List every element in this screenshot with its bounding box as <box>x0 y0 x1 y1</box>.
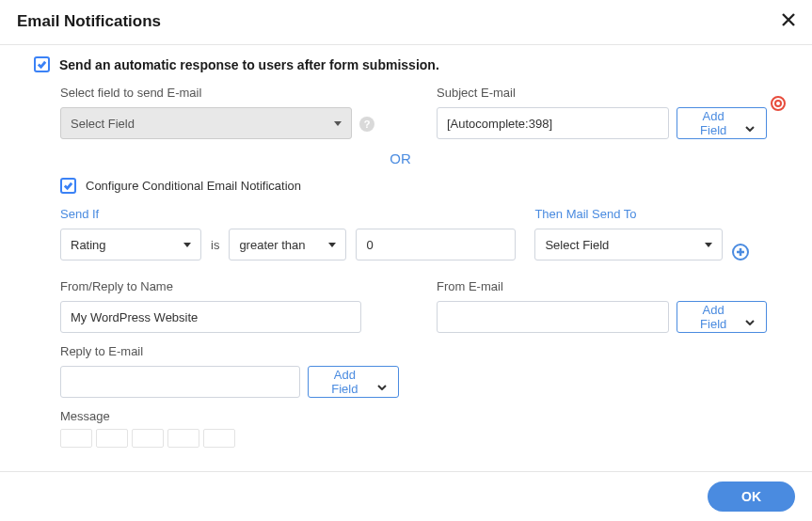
email-notifications-dialog: Email Notifications Send an automatic re… <box>0 0 812 521</box>
ok-button[interactable]: OK <box>708 482 795 512</box>
select-field-label: Select field to send E-mail <box>60 86 352 100</box>
operator-prefix: is <box>211 238 219 252</box>
chevron-down-icon <box>377 379 387 385</box>
chevron-down-icon <box>745 120 755 126</box>
or-separator: OR <box>34 150 767 166</box>
condition-field-value: Rating <box>71 238 106 252</box>
dialog-title: Email Notifications <box>17 12 161 31</box>
then-mail-select[interactable]: Select Field <box>534 229 723 260</box>
add-field-button-subject[interactable]: Add Field <box>677 107 767 139</box>
condition-field-select[interactable]: Rating <box>60 229 201 260</box>
condition-operator-select[interactable]: greater than <box>229 229 346 260</box>
message-label: Message <box>60 409 110 423</box>
reply-email-col: Reply to E-mail Add Field <box>60 344 399 398</box>
add-field-button-reply[interactable]: Add Field <box>308 366 399 398</box>
then-mail-label: Then Mail Send To <box>534 207 723 221</box>
dialog-footer: OK <box>0 471 812 521</box>
close-icon <box>780 11 797 28</box>
then-mail-value: Select Field <box>545 238 609 252</box>
from-row: From/Reply to Name From E-mail Add Field <box>60 279 767 333</box>
select-field-dropdown[interactable]: Select Field <box>60 107 352 139</box>
auto-response-row: Send an automatic response to users afte… <box>34 56 767 72</box>
from-email-input[interactable] <box>437 301 669 333</box>
add-field-button-from-email[interactable]: Add Field <box>677 301 767 333</box>
conditional-fields-row: Send If Rating is greater than Then Mail… <box>60 207 767 260</box>
toolbar-button[interactable] <box>167 429 199 448</box>
from-email-label: From E-mail <box>437 279 767 293</box>
close-button[interactable] <box>778 9 799 33</box>
reply-row: Reply to E-mail Add Field <box>60 344 767 398</box>
reply-email-label: Reply to E-mail <box>60 344 399 358</box>
conditional-label: Configure Conditional Email Notification <box>86 179 301 193</box>
dialog-header: Email Notifications <box>0 0 812 45</box>
conditional-row: Configure Conditional Email Notification <box>60 178 767 194</box>
subject-input[interactable] <box>437 107 669 139</box>
select-subject-row: Select field to send E-mail Select Field… <box>60 86 767 139</box>
chevron-down-icon <box>705 243 712 247</box>
dialog-content: Send an automatic response to users afte… <box>0 45 812 471</box>
select-field-col: Select field to send E-mail Select Field… <box>60 86 399 139</box>
add-field-label: Add Field <box>689 109 738 137</box>
help-icon[interactable]: ? <box>359 117 374 132</box>
svg-point-0 <box>772 97 785 110</box>
plus-icon <box>736 247 745 257</box>
toolbar-button[interactable] <box>60 429 92 448</box>
from-name-input[interactable] <box>60 301 361 333</box>
conditional-checkbox[interactable] <box>60 178 76 194</box>
chevron-down-icon <box>328 243 336 247</box>
reply-email-input[interactable] <box>60 366 300 398</box>
send-if-label: Send If <box>60 207 201 221</box>
chevron-down-icon <box>745 314 755 320</box>
toolbar-button[interactable] <box>132 429 164 448</box>
toolbar-button[interactable] <box>96 429 128 448</box>
subject-col: Subject E-mail Add Field <box>437 86 767 139</box>
add-field-label: Add Field <box>320 368 370 396</box>
select-field-value: Select Field <box>71 117 135 131</box>
message-toolbar <box>60 429 767 448</box>
from-name-col: From/Reply to Name <box>60 279 399 333</box>
subject-label: Subject E-mail <box>437 86 767 100</box>
svg-point-1 <box>775 101 781 106</box>
toolbar-button[interactable] <box>203 429 235 448</box>
add-field-label: Add Field <box>689 303 738 331</box>
add-condition-button[interactable] <box>732 244 749 260</box>
auto-response-label: Send an automatic response to users afte… <box>59 57 439 72</box>
condition-value-input[interactable] <box>356 229 516 260</box>
from-name-label: From/Reply to Name <box>60 279 399 293</box>
from-email-col: From E-mail Add Field <box>437 279 767 333</box>
condition-operator-value: greater than <box>239 238 305 252</box>
auto-response-checkbox[interactable] <box>34 56 50 72</box>
help-ring-icon[interactable] <box>771 96 786 114</box>
chevron-down-icon <box>183 243 191 247</box>
chevron-down-icon <box>334 121 342 126</box>
